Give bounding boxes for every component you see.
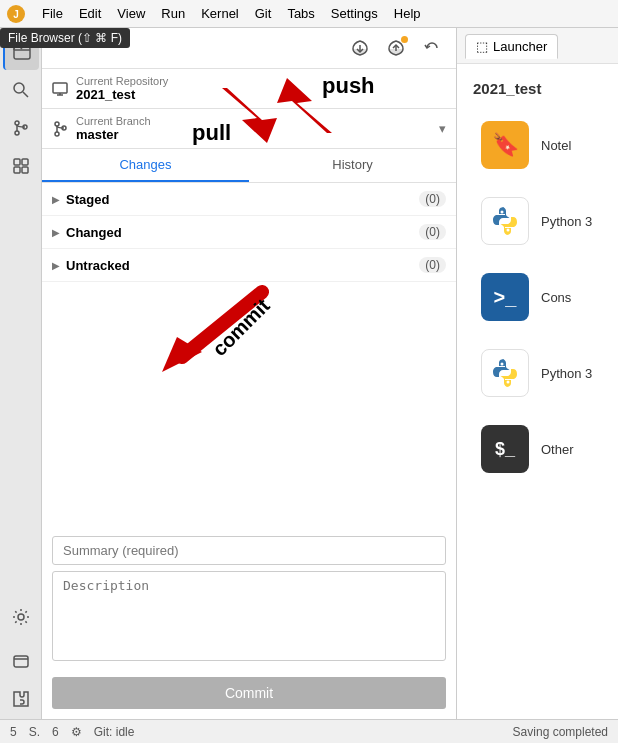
puzzle-icon — [12, 690, 30, 708]
pull-icon — [349, 37, 371, 59]
git-panel: Current Repository 2021_test Current Bra… — [42, 28, 457, 719]
staged-count: (0) — [419, 191, 446, 207]
branch-chevron-icon: ▾ — [439, 121, 446, 136]
launcher-panel: ⬚ Launcher 2021_test 🔖 Notel — [457, 28, 618, 719]
changed-section[interactable]: ▶ Changed (0) — [42, 216, 456, 249]
sidebar-settings[interactable] — [3, 599, 39, 635]
branch-name: master — [76, 127, 151, 142]
changed-count: (0) — [419, 224, 446, 240]
status-mid-num: 6 — [52, 725, 59, 739]
sidebar-git[interactable] — [3, 110, 39, 146]
commit-btn-row: Commit — [42, 669, 456, 719]
settings-gear-icon — [12, 608, 30, 626]
other-icon: $_ — [495, 439, 515, 460]
sidebar-extensions[interactable] — [3, 148, 39, 184]
description-textarea[interactable] — [52, 571, 446, 661]
tab-history[interactable]: History — [249, 149, 456, 182]
untracked-section[interactable]: ▶ Untracked (0) — [42, 249, 456, 282]
python2-icon-box — [481, 349, 529, 397]
branch-text: Current Branch master — [76, 115, 151, 142]
refresh-button[interactable] — [418, 34, 446, 62]
menu-bar: J File Edit View Run Kernel Git Tabs Set… — [0, 0, 618, 28]
status-git: Git: idle — [94, 725, 135, 739]
svg-rect-12 — [22, 167, 28, 173]
commit-button[interactable]: Commit — [52, 677, 446, 709]
svg-point-30 — [501, 211, 504, 214]
status-icon1: S. — [29, 725, 40, 739]
svg-rect-11 — [14, 167, 20, 173]
menu-tabs[interactable]: Tabs — [279, 4, 322, 23]
sidebar-puzzle[interactable] — [3, 681, 39, 717]
status-icon2: ⚙ — [71, 725, 82, 739]
svg-point-5 — [15, 121, 19, 125]
pull-button[interactable] — [346, 34, 374, 62]
svg-point-32 — [501, 363, 504, 366]
launcher-tab-icon: ⬚ — [476, 39, 488, 54]
svg-point-6 — [15, 131, 19, 135]
list-item[interactable]: $_ Other — [473, 417, 602, 481]
tab-changes[interactable]: Changes — [42, 149, 249, 182]
status-right: Saving completed — [513, 725, 608, 739]
sidebar-folder2[interactable] — [3, 643, 39, 679]
commit-form — [42, 528, 456, 669]
other-label: Other — [541, 442, 574, 457]
menu-help[interactable]: Help — [386, 4, 429, 23]
push-badge — [401, 36, 408, 43]
monitor-icon — [52, 81, 68, 97]
svg-point-33 — [507, 381, 510, 384]
other-icon-box: $_ — [481, 425, 529, 473]
repo-info: Current Repository 2021_test — [42, 69, 456, 109]
launcher-grid: 🔖 Notel Python 3 — [473, 113, 602, 481]
python-icon-box — [481, 197, 529, 245]
svg-text:J: J — [13, 9, 19, 20]
push-button[interactable] — [382, 34, 410, 62]
notebook-icon-box: 🔖 — [481, 121, 529, 169]
launcher-tab-label: Launcher — [493, 39, 547, 54]
untracked-count: (0) — [419, 257, 446, 273]
changed-chevron-icon: ▶ — [52, 227, 60, 238]
python2-label: Python 3 — [541, 366, 592, 381]
svg-point-20 — [55, 122, 59, 126]
branch-label: Current Branch — [76, 115, 151, 127]
python2-icon — [487, 355, 523, 391]
launcher-tab-bar: ⬚ Launcher — [457, 28, 618, 64]
untracked-chevron-icon: ▶ — [52, 260, 60, 271]
launcher-content: 2021_test 🔖 Notel — [457, 64, 618, 719]
svg-rect-17 — [53, 83, 67, 93]
git-actions — [346, 34, 446, 62]
menu-edit[interactable]: Edit — [71, 4, 109, 23]
launcher-tab[interactable]: ⬚ Launcher — [465, 34, 558, 59]
branch-info[interactable]: Current Branch master ▾ — [42, 109, 456, 149]
search-icon — [12, 81, 30, 99]
extensions-icon — [12, 157, 30, 175]
branch-icon — [52, 121, 68, 137]
svg-rect-14 — [14, 656, 28, 667]
menu-kernel[interactable]: Kernel — [193, 4, 247, 23]
menu-run[interactable]: Run — [153, 4, 193, 23]
list-item[interactable]: 🔖 Notel — [473, 113, 602, 177]
list-item[interactable]: Python 3 — [473, 189, 602, 253]
sidebar-search[interactable] — [3, 72, 39, 108]
status-left-num: 5 — [10, 725, 17, 739]
file-browser-tooltip: File Browser (⇧ ⌘ F) — [0, 28, 130, 48]
svg-point-3 — [14, 83, 24, 93]
staged-section[interactable]: ▶ Staged (0) — [42, 183, 456, 216]
refresh-icon — [423, 39, 441, 57]
menu-settings[interactable]: Settings — [323, 4, 386, 23]
changed-label: Changed — [66, 225, 419, 240]
python1-label: Python 3 — [541, 214, 592, 229]
svg-point-13 — [18, 614, 24, 620]
app-logo: J — [6, 4, 26, 24]
commit-arrow-annotation: commit — [122, 282, 322, 382]
commit-annotation-area: commit — [42, 282, 456, 362]
status-bar: 5 S. 6 ⚙ Git: idle Saving completed — [0, 719, 618, 743]
untracked-label: Untracked — [66, 258, 419, 273]
list-item[interactable]: >_ Cons — [473, 265, 602, 329]
console-label: Cons — [541, 290, 571, 305]
svg-rect-9 — [14, 159, 20, 165]
list-item[interactable]: Python 3 — [473, 341, 602, 405]
menu-file[interactable]: File — [34, 4, 71, 23]
menu-view[interactable]: View — [109, 4, 153, 23]
summary-input[interactable] — [52, 536, 446, 565]
menu-git[interactable]: Git — [247, 4, 280, 23]
